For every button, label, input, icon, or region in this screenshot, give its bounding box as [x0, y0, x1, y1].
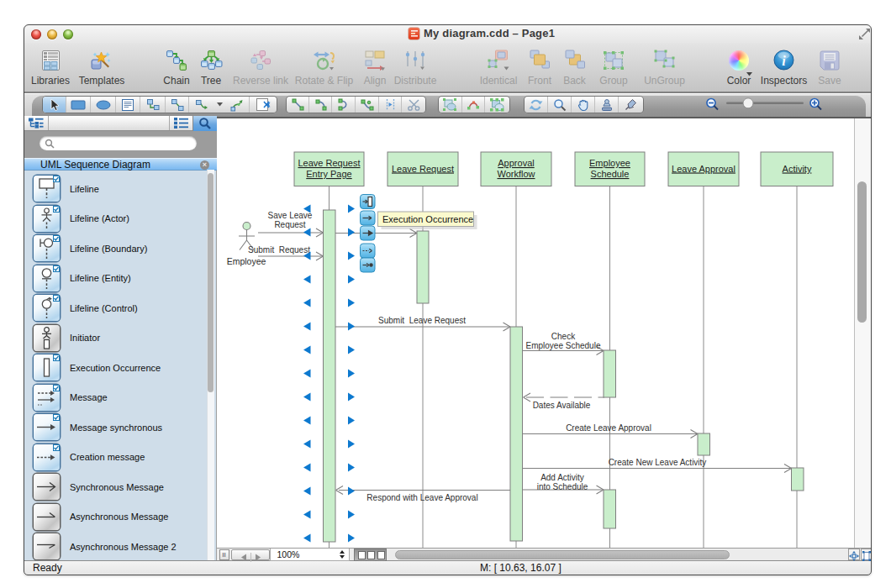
svg-text:Respond with Leave Approval: Respond with Leave Approval [366, 493, 477, 502]
svg-text:Save Leave: Save Leave [268, 211, 313, 220]
svg-text:Dates Available: Dates Available [533, 401, 591, 410]
svg-text:into Schedule: into Schedule [537, 482, 588, 491]
svg-text:Schedule: Schedule [591, 169, 630, 179]
svg-text:Request: Request [274, 220, 305, 229]
svg-text:Submit Leave Request: Submit Leave Request [378, 316, 466, 325]
svg-text:Entry Page: Entry Page [306, 169, 351, 179]
svg-text:Workflow: Workflow [497, 169, 535, 179]
svg-text:Execution Occurrence: Execution Occurrence [382, 214, 473, 224]
svg-text:Employee Schedule: Employee Schedule [526, 341, 601, 350]
svg-text:Approval: Approval [498, 158, 534, 168]
svg-text:Submit Request: Submit Request [248, 245, 310, 255]
svg-text:Leave Approval: Leave Approval [672, 164, 735, 174]
svg-text:Activity: Activity [783, 164, 812, 174]
svg-text:Check: Check [551, 332, 576, 341]
svg-text:Employee: Employee [227, 256, 266, 266]
svg-text:Add Activity: Add Activity [540, 473, 584, 482]
svg-text:Employee: Employee [589, 158, 630, 168]
svg-text:Create New Leave Activity: Create New Leave Activity [609, 458, 707, 467]
svg-text:Leave Request: Leave Request [298, 158, 361, 168]
svg-text:i: i [782, 54, 786, 68]
svg-text:Create Leave Approval: Create Leave Approval [566, 423, 651, 433]
svg-text:Leave Request: Leave Request [392, 164, 454, 174]
